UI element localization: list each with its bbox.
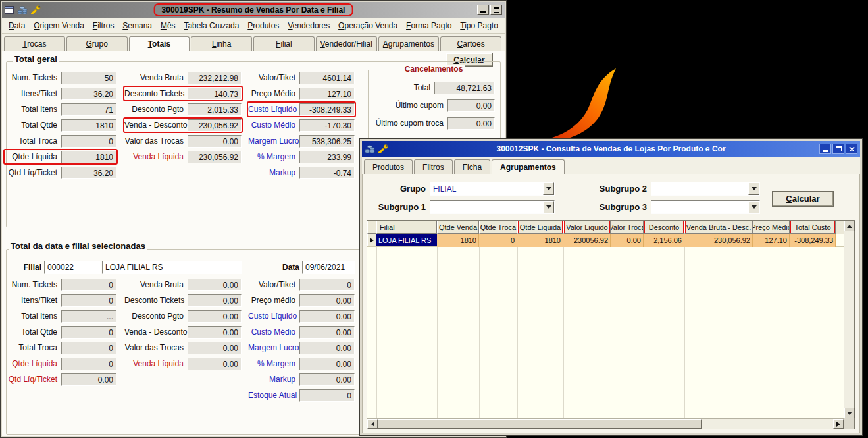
menu-item[interactable]: Vendedores	[285, 19, 332, 32]
field-value-box[interactable]: 0.00	[299, 358, 355, 370]
scroll-up-button[interactable]	[844, 221, 855, 231]
menu-item[interactable]: Operação Venda	[336, 19, 400, 32]
filial-name-field[interactable]: LOJA FILIAL RS	[102, 261, 242, 274]
field-value-box[interactable]: 127.10	[299, 88, 355, 100]
grid-cell[interactable]: 230,056.92	[684, 234, 753, 247]
field-value-box[interactable]: 0.00	[447, 99, 495, 112]
subgrupo1-combo[interactable]	[430, 200, 555, 214]
field-value-box[interactable]: 230,056.92	[188, 151, 242, 163]
coins-icon[interactable]	[17, 6, 28, 14]
tab[interactable]: Linha	[191, 36, 252, 51]
field-value-box[interactable]: -308,249.33	[299, 103, 355, 116]
grid-column-header[interactable]: Valor Troca	[611, 221, 644, 234]
field-value-box[interactable]: 0	[299, 389, 355, 402]
field-value-box[interactable]: 50	[61, 72, 116, 84]
field-value-box[interactable]: 232,212.98	[188, 72, 242, 84]
grid-cell[interactable]: 2,156.06	[644, 234, 684, 247]
field-value-box[interactable]: ...	[61, 310, 116, 323]
field-value-box[interactable]: -0.74	[299, 167, 355, 179]
field-value-box[interactable]: 0	[61, 279, 116, 291]
close-button[interactable]	[846, 144, 857, 154]
menu-item[interactable]: Forma Pagto	[403, 19, 454, 32]
vertical-scroll-track[interactable]	[844, 231, 854, 408]
menu-item[interactable]: Tabela Cruzada	[181, 19, 242, 32]
tab[interactable]: Totais	[129, 36, 190, 51]
field-value-box[interactable]: 48,721.63	[434, 82, 495, 94]
subgrupo2-combo[interactable]	[651, 182, 760, 196]
field-value-box[interactable]: 0.00	[188, 279, 242, 291]
field-value-box[interactable]: 0.00	[299, 310, 355, 323]
dropdown-button[interactable]	[543, 182, 554, 195]
field-value-box[interactable]: 233.99	[299, 151, 355, 163]
field-value-box[interactable]: 0	[61, 135, 116, 148]
grid-cell[interactable]: 0.00	[611, 234, 644, 247]
window2-titlebar[interactable]: 300012SPK - Consulta de Vendas de Lojas …	[362, 141, 860, 157]
field-value-box[interactable]: 230,056.92	[188, 119, 242, 132]
dropdown-button[interactable]	[748, 201, 759, 213]
field-value-box[interactable]: 36.20	[61, 167, 116, 179]
horizontal-scroll-thumb[interactable]	[378, 419, 702, 429]
field-value-box[interactable]: 4601.14	[299, 72, 355, 84]
tab[interactable]: Trocas	[4, 36, 65, 51]
wrench-icon[interactable]	[31, 5, 41, 14]
field-value-box[interactable]: 1810	[61, 151, 116, 163]
field-value-box[interactable]: 0	[61, 358, 116, 370]
grid-cell[interactable]: 127.10	[753, 234, 790, 247]
field-value-box[interactable]: 0.00	[61, 373, 116, 386]
field-value-box[interactable]: 0	[61, 342, 116, 354]
grid-cell[interactable]: 1810	[437, 234, 479, 247]
field-value-box[interactable]: 0.00	[188, 294, 242, 307]
menu-item[interactable]: Filtros	[90, 19, 117, 32]
tab[interactable]: Cartões	[440, 36, 501, 51]
field-value-box[interactable]: 0.00	[299, 373, 355, 386]
grid-cell[interactable]: 0	[479, 234, 517, 247]
menu-item[interactable]: Semana	[120, 19, 155, 32]
tab[interactable]: Agrupamentos	[378, 36, 440, 51]
grid-column-header[interactable]: Venda Bruta - Desc.	[684, 221, 753, 234]
window1-titlebar[interactable]: 300019SPK - Resumo de Vendas Por Data e …	[2, 2, 505, 18]
grupo-combo[interactable]: FILIAL	[430, 182, 555, 196]
horizontal-scrollbar[interactable]	[367, 418, 844, 429]
coins-icon[interactable]	[365, 145, 375, 153]
scroll-left-button[interactable]	[367, 419, 378, 429]
vertical-scrollbar[interactable]	[844, 221, 854, 418]
field-value-box[interactable]: 0.00	[188, 342, 242, 354]
field-value-box[interactable]: 71	[61, 103, 116, 116]
field-value-box[interactable]: 0.00	[188, 358, 242, 370]
cell-filial[interactable]: LOJA FILIAL RS	[376, 234, 437, 246]
field-value-box[interactable]: 140.73	[188, 88, 242, 100]
filial-code-field[interactable]: 000022	[44, 261, 101, 274]
grid-column-header[interactable]: Filial	[376, 221, 437, 234]
wrench-icon[interactable]	[378, 144, 388, 153]
tab[interactable]: Produtos	[364, 159, 413, 174]
field-value-box[interactable]: 36.20	[61, 88, 116, 100]
field-value-box[interactable]: 0.00	[188, 135, 242, 148]
minimize-button[interactable]	[819, 144, 831, 154]
tab[interactable]: Grupo	[66, 36, 128, 51]
tab[interactable]: Ficha	[454, 159, 490, 174]
grid-cell[interactable]: 1810	[517, 234, 563, 247]
field-value-box[interactable]: 0.00	[299, 294, 355, 307]
field-value-box[interactable]: 0	[61, 326, 116, 339]
horizontal-scroll-track[interactable]	[702, 419, 833, 429]
grid-cell[interactable]: 230056.92	[563, 234, 611, 247]
field-value-box[interactable]: 0.00	[299, 326, 355, 339]
menu-item[interactable]: Tipo Pagto	[457, 19, 501, 32]
grid-column-header[interactable]: Qtde Troca	[479, 221, 517, 234]
field-value-box[interactable]: 0	[61, 294, 116, 307]
scroll-down-button[interactable]	[844, 408, 855, 418]
field-value-box[interactable]: 538,306.25	[299, 135, 355, 148]
maximize-button[interactable]	[490, 5, 502, 15]
dropdown-button[interactable]	[748, 182, 759, 195]
menu-item[interactable]: Produtos	[245, 19, 282, 32]
tab[interactable]: Agrupamentos	[492, 159, 565, 174]
minimize-button[interactable]	[477, 5, 489, 15]
scroll-right-button[interactable]	[833, 419, 844, 429]
field-value-box[interactable]: 0.00	[299, 342, 355, 354]
maximize-button[interactable]	[832, 144, 844, 154]
grid-column-header[interactable]: Valor Liquido	[563, 221, 611, 234]
grid-column-header[interactable]: Qtde Liquida	[517, 221, 563, 234]
subgrupo3-combo[interactable]	[651, 200, 760, 214]
grid-data-row[interactable]: LOJA FILIAL RS 181001810230056.920.002,1…	[367, 234, 844, 247]
field-value-box[interactable]: 0.00	[188, 326, 242, 339]
